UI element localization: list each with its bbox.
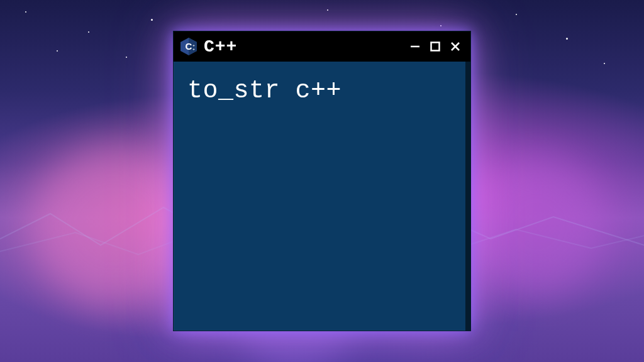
svg-text:C: C (186, 41, 192, 52)
svg-text:+: + (192, 43, 195, 47)
close-button[interactable] (447, 38, 464, 55)
minimize-button[interactable] (406, 38, 424, 55)
svg-text:+: + (192, 47, 195, 51)
window-title: C++ (204, 37, 401, 57)
window-content: to_str c++ (174, 62, 470, 331)
scrollbar[interactable] (465, 62, 470, 331)
cpp-icon: C + + (179, 36, 199, 57)
svg-rect-6 (431, 43, 440, 51)
window-controls (406, 38, 464, 55)
titlebar[interactable]: C + + C++ (174, 31, 470, 62)
background-bokeh (31, 145, 195, 308)
maximize-button[interactable] (426, 38, 444, 55)
background-bokeh (468, 157, 606, 295)
code-line: to_str c++ (187, 77, 457, 105)
app-window: C + + C++ to_str c++ (173, 31, 471, 331)
